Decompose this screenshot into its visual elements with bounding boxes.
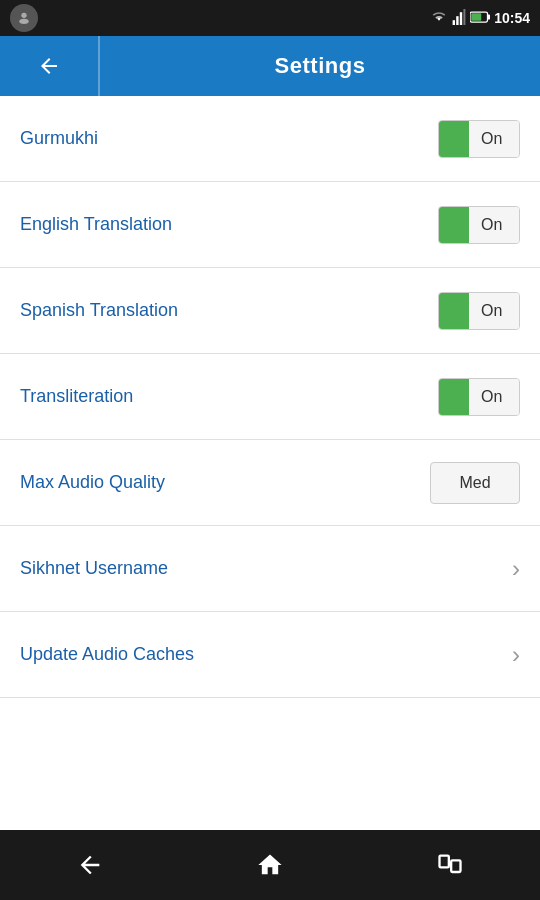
- app-icon: [10, 4, 38, 32]
- home-nav-button[interactable]: [235, 840, 305, 890]
- settings-content: Gurmukhi On English Translation On Spani…: [0, 96, 540, 830]
- gurmukhi-toggle-label: On: [469, 120, 519, 158]
- transliteration-row: Transliteration On: [0, 354, 540, 440]
- english-translation-row: English Translation On: [0, 182, 540, 268]
- spanish-translation-toggle[interactable]: On: [438, 292, 520, 330]
- spanish-translation-toggle-label: On: [469, 292, 519, 330]
- chevron-right-icon: ›: [512, 641, 520, 669]
- update-audio-caches-label: Update Audio Caches: [20, 644, 194, 665]
- battery-icon: [470, 10, 490, 27]
- max-audio-quality-button[interactable]: Med: [430, 462, 520, 504]
- back-nav-button[interactable]: [55, 840, 125, 890]
- english-translation-label: English Translation: [20, 214, 172, 235]
- status-bar-right: 10:54: [430, 9, 530, 28]
- svg-point-1: [19, 19, 28, 24]
- time-display: 10:54: [494, 10, 530, 26]
- svg-rect-8: [471, 13, 481, 21]
- wifi-icon: [430, 10, 448, 27]
- svg-rect-10: [451, 860, 460, 872]
- sikhnet-username-row[interactable]: Sikhnet Username ›: [0, 526, 540, 612]
- header: Settings: [0, 36, 540, 96]
- spanish-translation-row: Spanish Translation On: [0, 268, 540, 354]
- toggle-green-indicator: [439, 120, 469, 158]
- toggle-green-indicator: [439, 206, 469, 244]
- gurmukhi-row: Gurmukhi On: [0, 96, 540, 182]
- svg-point-0: [21, 13, 26, 18]
- svg-rect-5: [464, 9, 466, 25]
- recents-nav-button[interactable]: [415, 840, 485, 890]
- spanish-translation-label: Spanish Translation: [20, 300, 178, 321]
- svg-rect-2: [453, 20, 455, 25]
- transliteration-toggle[interactable]: On: [438, 378, 520, 416]
- gurmukhi-label: Gurmukhi: [20, 128, 98, 149]
- english-translation-toggle[interactable]: On: [438, 206, 520, 244]
- transliteration-toggle-label: On: [469, 378, 519, 416]
- english-translation-toggle-label: On: [469, 206, 519, 244]
- svg-rect-9: [440, 856, 449, 868]
- update-audio-caches-row[interactable]: Update Audio Caches ›: [0, 612, 540, 698]
- sikhnet-username-label: Sikhnet Username: [20, 558, 168, 579]
- max-audio-quality-label: Max Audio Quality: [20, 472, 165, 493]
- svg-rect-7: [488, 14, 491, 19]
- toggle-green-indicator: [439, 378, 469, 416]
- svg-rect-4: [460, 12, 462, 25]
- bottom-navigation: [0, 830, 540, 900]
- chevron-right-icon: ›: [512, 555, 520, 583]
- max-audio-quality-row: Max Audio Quality Med: [0, 440, 540, 526]
- toggle-green-indicator: [439, 292, 469, 330]
- gurmukhi-toggle[interactable]: On: [438, 120, 520, 158]
- page-title: Settings: [100, 53, 540, 79]
- signal-icon: [452, 9, 466, 28]
- app-icon-area: [10, 4, 38, 32]
- transliteration-label: Transliteration: [20, 386, 133, 407]
- status-bar: 10:54: [0, 0, 540, 36]
- back-button[interactable]: [0, 36, 100, 96]
- svg-rect-3: [456, 16, 458, 25]
